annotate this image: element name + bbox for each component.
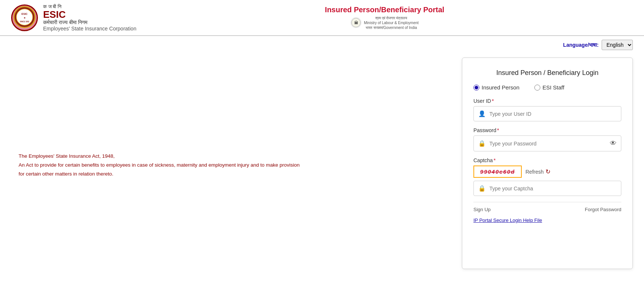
userid-required: *	[492, 98, 493, 104]
esic-text-block: क ज बी नि ESIC कर्मचारी राज्य बीमा निगम …	[43, 4, 136, 32]
refresh-icon: ↻	[546, 168, 550, 175]
password-label: Password*	[473, 127, 621, 133]
captcha-input-wrapper: 🔒	[473, 181, 621, 196]
password-input[interactable]	[489, 141, 606, 147]
captcha-section: Captcha* 99040c60d Refresh ↻ 🔒	[473, 157, 621, 196]
signup-link[interactable]: Sign Up	[473, 207, 491, 212]
left-panel: The Employees' State Insurance Act, 1948…	[11, 54, 454, 276]
portal-title: Insured Person/Beneficiary Portal	[325, 6, 444, 14]
esic-english-text: Employees' State Insurance Corporation	[43, 26, 136, 32]
refresh-button[interactable]: Refresh ↻	[525, 168, 550, 175]
radio-insured-label: Insured Person	[482, 84, 520, 91]
password-required: *	[497, 127, 499, 133]
login-title: Insured Person / Beneficiary Login	[473, 69, 621, 77]
ministry-logo: 🏛 श्रम एवं रोजगार मंत्रालय Ministry of L…	[350, 16, 418, 30]
radio-esi-label: ESI Staff	[543, 84, 564, 91]
userid-label: User ID*	[473, 98, 621, 104]
bottom-links: Sign Up Forgot Password	[473, 202, 621, 212]
esic-hindi2-text: कर्मचारी राज्य बीमा निगम	[43, 19, 136, 26]
radio-insured-person[interactable]: Insured Person	[473, 84, 520, 91]
language-select[interactable]: English Hindi	[602, 40, 633, 50]
svg-text:🏛: 🏛	[354, 20, 358, 25]
user-icon: 👤	[478, 110, 486, 117]
captcha-lock-icon: 🔒	[478, 185, 486, 192]
act-description: The Employees' State Insurance Act, 1948…	[19, 152, 447, 179]
language-bar: Language/भाषा: English Hindi	[0, 36, 644, 54]
ministry-emblem: 🏛	[350, 17, 362, 28]
captcha-row: 99040c60d Refresh ↻	[473, 166, 621, 178]
toggle-password-icon[interactable]: 👁	[610, 140, 617, 147]
captcha-image: 99040c60d	[473, 166, 522, 178]
language-label: Language/भाषा:	[563, 42, 599, 48]
captcha-label: Captcha*	[473, 157, 621, 163]
user-type-radio-group: Insured Person ESI Staff	[473, 84, 621, 91]
captcha-required: *	[493, 157, 495, 163]
esic-logo: ESIC ☸ SINCE 1952	[11, 4, 38, 31]
lock-icon: 🔒	[478, 140, 486, 147]
password-input-wrapper: 🔒 👁	[473, 135, 621, 151]
header-left: ESIC ☸ SINCE 1952 क ज बी नि ESIC कर्मचार…	[11, 4, 136, 32]
header: ESIC ☸ SINCE 1952 क ज बी नि ESIC कर्मचार…	[0, 0, 644, 36]
refresh-label: Refresh	[525, 169, 544, 175]
userid-input-wrapper: 👤	[473, 106, 621, 121]
main-content: The Employees' State Insurance Act, 1948…	[0, 54, 644, 276]
login-card: Insured Person / Beneficiary Login Insur…	[462, 58, 633, 269]
radio-insured-input[interactable]	[473, 85, 479, 91]
radio-esi-input[interactable]	[534, 85, 540, 91]
esic-name: ESIC	[43, 10, 136, 19]
header-center: Insured Person/Beneficiary Portal 🏛 श्रम…	[136, 6, 633, 30]
forgot-password-link[interactable]: Forgot Password	[585, 207, 621, 212]
ministry-text: श्रम एवं रोजगार मंत्रालय Ministry of Lab…	[364, 16, 418, 30]
radio-esi-staff[interactable]: ESI Staff	[534, 84, 564, 91]
svg-text:ESIC: ESIC	[22, 13, 27, 15]
svg-text:SINCE 1952: SINCE 1952	[20, 21, 29, 23]
captcha-input[interactable]	[489, 186, 617, 191]
userid-input[interactable]	[489, 111, 617, 117]
help-link[interactable]: IP Portal Secure Login Help File	[473, 217, 621, 223]
